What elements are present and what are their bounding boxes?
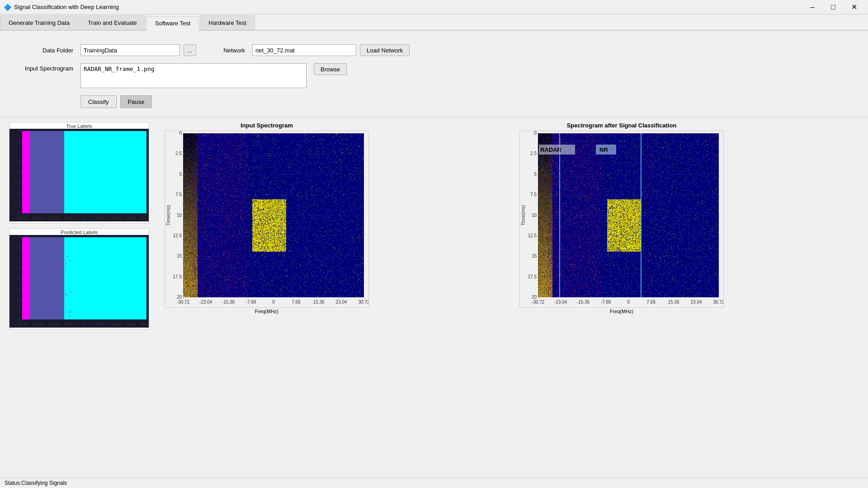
data-folder-label: Data Folder (18, 47, 77, 54)
data-folder-input[interactable] (80, 44, 180, 56)
classified-title: Spectrogram after Signal Classification (567, 122, 677, 129)
data-folder-row: Data Folder ... Network Load Network (18, 44, 850, 56)
tab-hardware[interactable]: Hardware Test (200, 15, 255, 30)
predicted-labels-chart: Predicted Labels (9, 228, 149, 330)
tab-hardware-label: Hardware Test (208, 19, 246, 26)
tab-software-label: Software Test (155, 20, 191, 27)
input-spectrogram-label: Input Spectrogram (18, 65, 77, 72)
minimize-button[interactable]: – (802, 0, 823, 14)
classified-x-label: Freq(MHz) (610, 309, 634, 314)
load-network-button[interactable]: Load Network (360, 44, 410, 56)
pause-button[interactable]: Pause (120, 95, 152, 108)
input-spectrogram-x-label: Freq(MHz) (255, 309, 279, 314)
tab-generate-label: Generate Training Data (9, 19, 70, 26)
close-button[interactable]: ✕ (844, 0, 864, 14)
predicted-labels-canvas (9, 235, 149, 328)
input-spectrogram-canvas (165, 131, 369, 308)
titlebar-left: 🔷 Signal Classification with Deep Learni… (4, 4, 119, 11)
app-icon: 🔷 (4, 4, 11, 11)
app-title: Signal Classification with Deep Learning (14, 4, 119, 10)
spacer (375, 122, 384, 330)
status-bar: Status:Classifying Signals (0, 478, 868, 488)
status-text: Status:Classifying Signals (5, 480, 67, 486)
action-row: Classify Pause (80, 95, 850, 108)
browse-button[interactable]: Browse (314, 63, 347, 75)
tab-software[interactable]: Software Test (146, 16, 199, 31)
classified-spectrogram-container: Spectrogram after Signal Classification … (384, 122, 859, 330)
tab-generate[interactable]: Generate Training Data (0, 15, 78, 30)
true-labels-title: True Labels (9, 122, 149, 129)
input-spectrogram-chart-title: Input Spectrogram (241, 122, 293, 129)
charts-section: True Labels Predicted Labels Input Spect… (0, 117, 868, 334)
classify-button[interactable]: Classify (80, 95, 117, 108)
titlebar: 🔷 Signal Classification with Deep Learni… (0, 0, 868, 14)
ellipsis-button[interactable]: ... (184, 44, 196, 56)
true-labels-chart: True Labels (9, 122, 149, 224)
classified-canvas (519, 131, 724, 308)
true-labels-canvas (9, 129, 149, 221)
network-label: Network (212, 47, 249, 54)
input-spectrogram-chart-container: Input Spectrogram Freq(MHz) (158, 122, 375, 330)
left-charts: True Labels Predicted Labels (9, 122, 149, 330)
network-input[interactable] (252, 44, 356, 56)
titlebar-controls: – □ ✕ (802, 0, 864, 14)
controls-section: Data Folder ... Network Load Network Inp… (0, 31, 868, 117)
tab-train[interactable]: Train and Evaluate (79, 15, 146, 30)
spectrogram-input[interactable] (80, 63, 307, 88)
tab-train-label: Train and Evaluate (88, 19, 137, 26)
maximize-button[interactable]: □ (823, 0, 844, 14)
predicted-labels-title: Predicted Labels (9, 229, 149, 235)
spectrogram-row: Input Spectrogram Browse (18, 63, 850, 88)
tabbar: Generate Training Data Train and Evaluat… (0, 14, 868, 31)
